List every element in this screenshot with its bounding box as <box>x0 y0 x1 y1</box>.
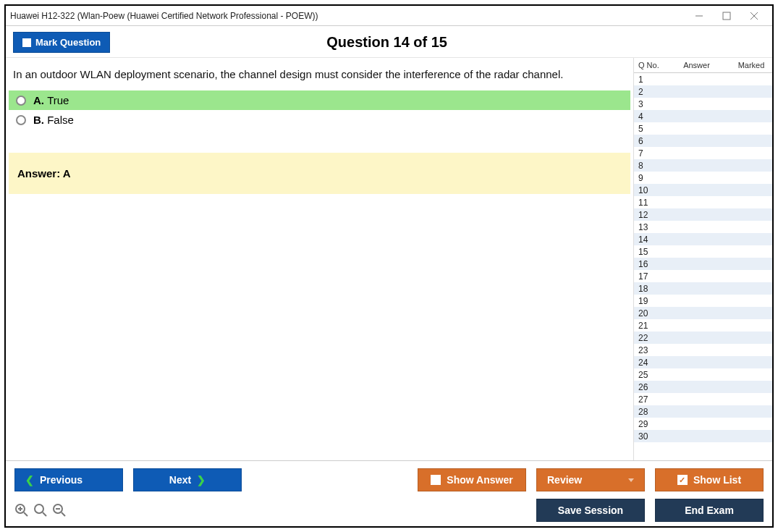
previous-button[interactable]: ❮ Previous <box>14 468 123 491</box>
question-list-row[interactable]: 18 <box>634 282 772 295</box>
question-list-row[interactable]: 20 <box>634 307 772 319</box>
show-answer-label: Show Answer <box>447 474 512 486</box>
question-list-row[interactable]: 24 <box>634 356 772 368</box>
question-list-row[interactable]: 8 <box>634 159 772 172</box>
review-label: Review <box>547 474 582 486</box>
question-list-row[interactable]: 21 <box>634 319 772 332</box>
row-qno: 29 <box>634 419 660 429</box>
col-qno: Q No. <box>635 61 661 69</box>
checkbox-icon <box>22 38 31 47</box>
review-dropdown[interactable]: Review <box>536 468 645 491</box>
next-button[interactable]: Next ❯ <box>133 468 242 491</box>
question-list-row[interactable]: 10 <box>634 184 772 196</box>
options-list: A. TrueB. False <box>9 90 630 130</box>
option-label: B. False <box>33 114 74 126</box>
question-list-row[interactable]: 15 <box>634 245 772 258</box>
zoom-in-icon[interactable] <box>33 503 48 518</box>
row-qno: 23 <box>634 345 660 355</box>
question-list-row[interactable]: 7 <box>634 147 772 159</box>
radio-icon <box>16 115 26 125</box>
question-list-row[interactable]: 23 <box>634 344 772 356</box>
answer-value: A <box>63 167 71 180</box>
window-title: Huawei H12-322 (Wlan-Poew (Huawei Certif… <box>10 11 694 21</box>
radio-icon <box>16 96 26 106</box>
question-list-row[interactable]: 11 <box>634 196 772 208</box>
maximize-icon[interactable] <box>722 11 736 21</box>
show-list-label: Show List <box>693 474 741 486</box>
row-qno: 19 <box>634 296 660 306</box>
checkbox-checked-icon: ✓ <box>677 475 688 485</box>
question-list-row[interactable]: 17 <box>634 270 772 282</box>
save-session-label: Save Session <box>558 504 623 516</box>
chevron-right-icon: ❯ <box>197 474 206 486</box>
option-a[interactable]: A. True <box>9 90 630 110</box>
question-list-row[interactable]: 3 <box>634 98 772 110</box>
question-list-pane: Q No. Answer Marked 12345678910111213141… <box>633 58 772 460</box>
question-list-header: Q No. Answer Marked <box>634 58 772 73</box>
row-qno: 28 <box>634 407 660 417</box>
question-list-row[interactable]: 6 <box>634 135 772 147</box>
minimize-icon[interactable] <box>694 11 709 21</box>
question-list-row[interactable]: 5 <box>634 122 772 135</box>
row-qno: 9 <box>634 173 660 183</box>
chevron-down-icon <box>628 478 634 482</box>
question-list-row[interactable]: 29 <box>634 418 772 430</box>
question-list-row[interactable]: 19 <box>634 295 772 307</box>
question-list-row[interactable]: 26 <box>634 381 772 393</box>
question-list-row[interactable]: 14 <box>634 233 772 245</box>
question-list-row[interactable]: 13 <box>634 221 772 233</box>
mark-question-label: Mark Question <box>35 37 101 48</box>
row-qno: 13 <box>634 222 660 232</box>
question-list-row[interactable]: 25 <box>634 368 772 381</box>
row-qno: 17 <box>634 271 660 282</box>
zoom-reset-icon[interactable] <box>14 503 29 518</box>
row-qno: 14 <box>634 235 660 245</box>
show-list-button[interactable]: ✓ Show List <box>655 468 764 491</box>
zoom-out-icon[interactable] <box>52 503 67 518</box>
question-list[interactable]: 1234567891011121314151617181920212223242… <box>634 73 772 460</box>
question-list-row[interactable]: 30 <box>634 430 772 442</box>
question-list-row[interactable]: 2 <box>634 85 772 98</box>
button-row-2: Save Session End Exam <box>14 499 764 522</box>
row-qno: 5 <box>634 124 660 134</box>
body: In an outdoor WLAN deployment scenario, … <box>6 57 772 460</box>
row-qno: 7 <box>634 148 660 159</box>
answer-box: Answer: A <box>9 153 630 194</box>
question-list-row[interactable]: 16 <box>634 258 772 270</box>
checkbox-icon <box>431 475 441 485</box>
end-exam-button[interactable]: End Exam <box>655 499 764 522</box>
previous-label: Previous <box>40 474 83 486</box>
option-b[interactable]: B. False <box>9 110 630 130</box>
show-answer-button[interactable]: Show Answer <box>418 468 526 491</box>
row-qno: 8 <box>634 161 660 171</box>
question-list-row[interactable]: 4 <box>634 110 772 122</box>
question-list-row[interactable]: 28 <box>634 405 772 418</box>
question-list-row[interactable]: 27 <box>634 393 772 405</box>
app-window: Huawei H12-322 (Wlan-Poew (Huawei Certif… <box>4 4 774 528</box>
option-label: A. True <box>33 94 69 106</box>
question-text: In an outdoor WLAN deployment scenario, … <box>9 65 630 90</box>
end-exam-label: End Exam <box>685 504 734 516</box>
row-qno: 20 <box>634 308 660 318</box>
question-list-row[interactable]: 12 <box>634 208 772 221</box>
question-list-row[interactable]: 9 <box>634 172 772 184</box>
row-qno: 15 <box>634 247 660 257</box>
row-qno: 27 <box>634 394 660 405</box>
row-qno: 12 <box>634 210 660 220</box>
row-qno: 26 <box>634 382 660 392</box>
question-list-row[interactable]: 1 <box>634 73 772 85</box>
row-qno: 21 <box>634 321 660 331</box>
bottom-bar: ❮ Previous Next ❯ Show Answer Review ✓ S… <box>6 460 772 526</box>
save-session-button[interactable]: Save Session <box>536 499 645 522</box>
question-list-row[interactable]: 22 <box>634 332 772 344</box>
mark-question-button[interactable]: Mark Question <box>13 32 110 53</box>
next-label: Next <box>169 474 191 486</box>
window-controls <box>694 11 768 21</box>
close-icon[interactable] <box>749 11 764 21</box>
svg-point-8 <box>35 504 43 513</box>
titlebar: Huawei H12-322 (Wlan-Poew (Huawei Certif… <box>6 6 772 26</box>
svg-line-11 <box>62 512 65 516</box>
row-qno: 4 <box>634 111 660 122</box>
col-marked: Marked <box>732 61 771 69</box>
zoom-controls <box>14 503 67 518</box>
